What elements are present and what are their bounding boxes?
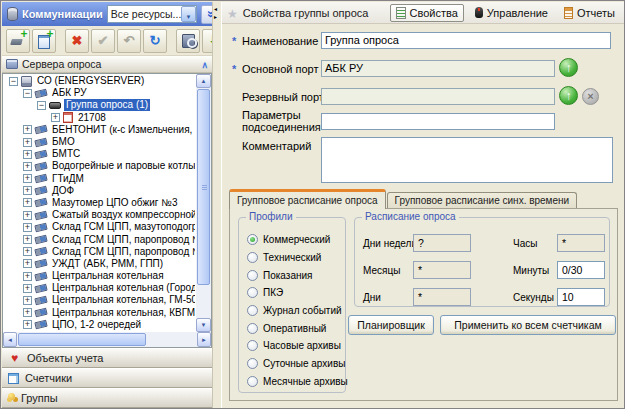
minutes-field[interactable]: 0/30 <box>557 261 605 279</box>
apply-to-all-meters-button[interactable]: Применить ко всем счетчикам <box>440 315 616 335</box>
expander-plus-icon[interactable] <box>23 174 32 183</box>
radio-button-icon[interactable] <box>247 252 258 263</box>
tree-item[interactable]: Склад ГСМ ЦПП, паропровод №2 <box>4 246 195 258</box>
expander-plus-icon[interactable] <box>23 308 32 317</box>
expander-plus-icon[interactable] <box>23 125 32 134</box>
undo-button[interactable] <box>117 29 141 53</box>
tree-item-label[interactable]: Центральная котельная, КВГМ-100 <box>50 307 195 319</box>
seconds-field[interactable]: 10 <box>557 288 605 306</box>
panel-splitter[interactable] <box>212 2 222 408</box>
tree-item[interactable]: Сжатый воздух компрессорной <box>4 209 195 221</box>
scroll-down-button[interactable] <box>196 318 211 332</box>
profile-option[interactable]: Коммерческий <box>239 231 345 249</box>
radio-button-icon[interactable] <box>247 305 258 316</box>
expander-plus-icon[interactable] <box>51 113 60 122</box>
tree-item-label[interactable]: Мазутомер ЦПО обжиг №3 <box>50 197 179 209</box>
select-main-port-button[interactable] <box>559 58 578 77</box>
scroll-right-button[interactable] <box>197 332 211 347</box>
stacked-panel-objects[interactable]: Объекты учета <box>2 348 212 368</box>
scheduler-button[interactable]: Планировщик <box>348 315 434 335</box>
expander-minus-icon[interactable] <box>9 77 18 86</box>
tree-item[interactable]: ГТиДМ <box>4 173 195 185</box>
expander-plus-icon[interactable] <box>23 211 32 220</box>
profile-option[interactable]: Журнал событий <box>239 302 345 320</box>
tree-item[interactable]: БМТС <box>4 148 195 160</box>
radio-button-icon[interactable] <box>247 340 258 351</box>
expander-minus-icon[interactable] <box>37 101 46 110</box>
name-input[interactable]: Группа опроса <box>321 32 611 49</box>
comment-textarea[interactable] <box>321 137 613 183</box>
days-field[interactable]: * <box>413 288 471 306</box>
collapse-chevron-icon[interactable] <box>201 58 208 70</box>
tree-item[interactable]: 21708 <box>4 112 195 124</box>
expander-plus-icon[interactable] <box>23 320 32 329</box>
profile-option[interactable]: Часовые архивы <box>239 337 345 355</box>
expander-plus-icon[interactable] <box>23 198 32 207</box>
scroll-left-button[interactable] <box>3 332 17 347</box>
main-port-input[interactable]: АБК РУ <box>321 60 555 77</box>
tree-item[interactable]: ЦПО, 1-2 очередей <box>4 319 195 331</box>
tree-item[interactable]: БМО <box>4 136 195 148</box>
tree-item-label[interactable]: БЕНТОНИТ (к-с Измельчения, к-с Дро <box>50 124 195 136</box>
tree-item-label[interactable]: УЖДТ (АБК, РММ, ГПП) <box>50 258 165 270</box>
tree-item-label[interactable]: АБК РУ <box>50 87 89 99</box>
expander-plus-icon[interactable] <box>23 162 32 171</box>
tree-item-label[interactable]: Центральная котельная, ГМ-50 <box>50 294 195 306</box>
tree-item[interactable]: ДОФ <box>4 185 195 197</box>
expander-plus-icon[interactable] <box>23 272 32 281</box>
hours-field[interactable]: * <box>557 234 605 252</box>
tree-item-label[interactable]: Группа опроса (1) <box>64 99 150 111</box>
delete-button[interactable] <box>65 29 89 53</box>
backup-port-input[interactable] <box>321 88 555 105</box>
expander-plus-icon[interactable] <box>23 186 32 195</box>
expander-plus-icon[interactable] <box>23 235 32 244</box>
profile-option[interactable]: ПКЭ <box>239 284 345 302</box>
resource-combo[interactable]: Все ресурсы... <box>107 5 197 23</box>
tree-item[interactable]: Центральная котельная <box>4 270 195 282</box>
months-field[interactable]: * <box>413 261 471 279</box>
tree-item[interactable]: Группа опроса (1) <box>4 99 195 111</box>
radio-button-icon[interactable] <box>247 358 258 369</box>
tree-item-label[interactable]: Склад ГСМ ЦПП, паропровод №2 <box>50 246 195 258</box>
tree-item[interactable]: Центральная котельная, ГМ-50 <box>4 294 195 306</box>
add-port-button[interactable] <box>6 29 30 53</box>
profile-option[interactable]: Показания <box>239 266 345 284</box>
expander-plus-icon[interactable] <box>23 247 32 256</box>
tree-horizontal-scrollbar[interactable] <box>3 332 211 347</box>
stacked-panel-meters[interactable]: Счетчики <box>2 368 212 388</box>
tree-item-label[interactable]: 21708 <box>76 112 108 124</box>
tree-vertical-scrollbar[interactable] <box>196 74 211 332</box>
expander-plus-icon[interactable] <box>23 284 32 293</box>
radio-button-icon[interactable] <box>247 270 258 281</box>
profile-option[interactable]: Оперативный <box>239 319 345 337</box>
tab-group-polling-schedule[interactable]: Групповое расписание опроса <box>229 189 386 209</box>
scroll-up-button[interactable] <box>196 74 211 88</box>
expander-plus-icon[interactable] <box>23 150 32 159</box>
tree-item-label[interactable]: Сжатый воздух компрессорной <box>50 209 195 221</box>
refresh-button[interactable] <box>143 29 167 53</box>
horizontal-scrollbar-thumb[interactable] <box>18 333 146 346</box>
radio-button-icon[interactable] <box>247 234 258 245</box>
tree-item[interactable]: Центральная котельная, КВГМ-100 <box>4 307 195 319</box>
tree-item-label[interactable]: Водогрейные и паровые котлы <box>50 160 195 172</box>
expander-plus-icon[interactable] <box>23 296 32 305</box>
add-meter-button[interactable] <box>32 29 56 53</box>
tree-item-label[interactable]: ЦПО, 1-2 очередей <box>50 319 143 331</box>
expander-plus-icon[interactable] <box>23 259 32 268</box>
tab-properties[interactable]: Свойства <box>390 4 464 22</box>
tree-item[interactable]: УЖДТ (АБК, РММ, ГПП) <box>4 258 195 270</box>
tab-reports[interactable]: Отчеты <box>559 5 620 21</box>
tree-item[interactable]: Склад ГСМ ЦПП, мазутоподогревате <box>4 221 195 233</box>
radio-button-icon[interactable] <box>247 287 258 298</box>
profile-option[interactable]: Месячные архивы <box>239 372 345 390</box>
apply-button[interactable] <box>91 29 115 53</box>
stacked-panel-groups[interactable]: Группы <box>2 388 212 408</box>
tree-item[interactable]: АБК РУ <box>4 87 195 99</box>
tree-item-label[interactable]: Центральная котельная <box>50 270 166 282</box>
tree-item[interactable]: Склад ГСМ ЦПП, паропровод №1 <box>4 233 195 245</box>
tree-item-label[interactable]: ГТиДМ <box>50 173 86 185</box>
expander-minus-icon[interactable] <box>23 89 32 98</box>
tree-item[interactable]: СО (ENERGYSERVER) <box>4 75 195 87</box>
tree-item-label[interactable]: Склад ГСМ ЦПП, паропровод №1 <box>50 234 195 246</box>
tree-item-label[interactable]: СО (ENERGYSERVER) <box>35 75 146 87</box>
